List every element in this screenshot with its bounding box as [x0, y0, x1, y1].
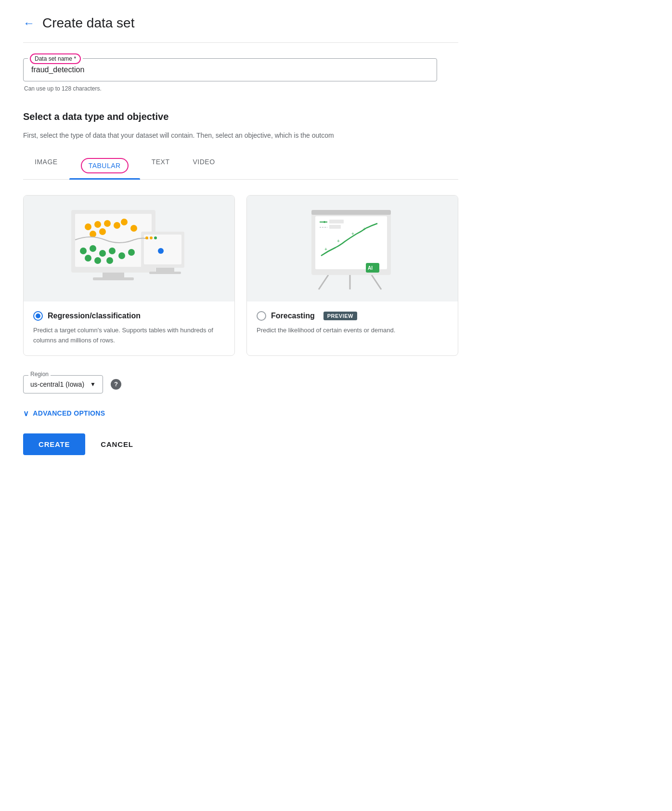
svg-rect-7 [149, 272, 181, 274]
svg-point-11 [114, 222, 120, 229]
svg-point-36 [323, 221, 325, 223]
svg-rect-3 [93, 277, 134, 280]
advanced-options-label: ADVANCED OPTIONS [33, 409, 105, 417]
svg-point-26 [145, 236, 148, 239]
svg-point-13 [130, 225, 137, 232]
card-forecasting-desc: Predict the likelihood of certain events… [257, 326, 448, 336]
svg-text:+: + [363, 226, 366, 232]
help-icon[interactable]: ? [111, 379, 121, 390]
preview-badge: PREVIEW [323, 312, 357, 320]
tab-tabular[interactable]: TABULAR [69, 152, 140, 179]
svg-point-19 [109, 248, 116, 254]
forecasting-chart-icon: + + + + AI [285, 205, 420, 292]
radio-regression[interactable] [33, 311, 43, 321]
svg-text:AI: AI [368, 265, 373, 271]
tab-tabular-highlight: TABULAR [81, 158, 129, 173]
card-forecasting-image: + + + + AI [247, 196, 458, 301]
svg-rect-34 [311, 210, 391, 215]
region-dropdown[interactable]: Region us-central1 (Iowa) ▼ [23, 375, 103, 393]
cancel-button[interactable]: CANCEL [97, 433, 137, 455]
region-value: us-central1 (Iowa) [30, 380, 84, 388]
dataset-name-hint: Can use up to 128 characters. [24, 85, 458, 92]
page-header: ← Create data set [23, 15, 458, 31]
svg-point-15 [99, 228, 106, 235]
scatter-plot-icon [62, 205, 196, 292]
card-regression-label: Regression/classification [48, 312, 141, 320]
tabs-row: IMAGE TABULAR TEXT VIDEO [23, 152, 458, 180]
section-desc: First, select the type of data that your… [23, 130, 458, 141]
create-button[interactable]: CREATE [23, 433, 85, 455]
dataset-name-label: Data set name * [28, 53, 83, 64]
card-forecasting-content: Forecasting PREVIEW Predict the likeliho… [247, 301, 458, 345]
svg-point-17 [90, 245, 96, 252]
actions-row: CREATE CANCEL [23, 433, 458, 455]
svg-text:+: + [324, 247, 327, 252]
svg-point-25 [158, 248, 164, 254]
svg-point-18 [99, 250, 106, 257]
svg-point-8 [85, 223, 91, 230]
svg-rect-37 [329, 220, 344, 223]
tab-image[interactable]: IMAGE [23, 152, 69, 179]
svg-text:+: + [351, 231, 354, 236]
dataset-name-field-group: Data set name * [23, 58, 458, 81]
back-button[interactable]: ← [23, 16, 35, 30]
data-type-section: Select a data type and objective First, … [23, 111, 458, 455]
cards-row: Regression/classification Predict a targ… [23, 195, 458, 356]
card-forecasting-label: Forecasting [271, 312, 315, 320]
svg-point-14 [90, 231, 96, 237]
radio-forecasting[interactable] [257, 311, 266, 321]
svg-point-24 [106, 257, 113, 264]
dataset-name-input[interactable] [23, 58, 437, 81]
svg-point-10 [104, 220, 111, 227]
svg-rect-2 [103, 273, 124, 277]
card-regression-desc: Predict a target column's value. Support… [33, 326, 225, 346]
page-title: Create data set [42, 15, 134, 31]
advanced-options-row[interactable]: ∨ ADVANCED OPTIONS [23, 409, 458, 418]
card-regression-content: Regression/classification Predict a targ… [24, 301, 234, 355]
header-divider [23, 42, 458, 43]
svg-point-22 [85, 255, 91, 262]
svg-rect-39 [329, 225, 341, 229]
svg-text:+: + [337, 238, 340, 244]
svg-point-28 [154, 236, 157, 239]
card-regression-radio-row: Regression/classification [33, 311, 225, 321]
svg-point-12 [121, 219, 128, 225]
svg-line-30 [372, 275, 381, 289]
svg-line-29 [319, 275, 328, 289]
svg-point-23 [94, 257, 101, 264]
region-section: Region us-central1 (Iowa) ▼ ? [23, 375, 458, 393]
card-regression[interactable]: Regression/classification Predict a targ… [23, 195, 235, 356]
chevron-down-icon: ∨ [23, 409, 29, 418]
region-label: Region [28, 371, 51, 378]
svg-point-16 [80, 248, 87, 254]
svg-point-21 [128, 249, 135, 256]
svg-point-9 [94, 221, 101, 228]
tab-video[interactable]: VIDEO [181, 152, 226, 179]
svg-point-27 [150, 236, 153, 239]
dataset-name-label-highlight: Data set name * [30, 53, 81, 64]
section-title: Select a data type and objective [23, 111, 458, 122]
svg-point-20 [118, 252, 125, 259]
radio-regression-inner [36, 314, 40, 318]
dropdown-arrow-icon: ▼ [90, 381, 96, 388]
svg-rect-6 [156, 268, 174, 272]
dataset-name-section: Data set name * Can use up to 128 charac… [23, 58, 458, 92]
card-forecasting-radio-row: Forecasting PREVIEW [257, 311, 448, 321]
tab-text[interactable]: TEXT [140, 152, 181, 179]
card-regression-image [24, 196, 234, 301]
card-forecasting[interactable]: + + + + AI Forecasting PREVIEW [246, 195, 458, 356]
